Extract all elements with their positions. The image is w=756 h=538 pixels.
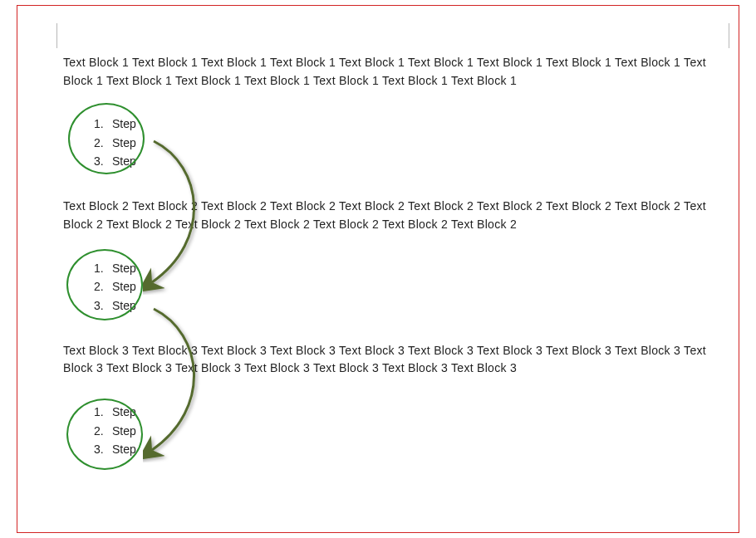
list-item: 2.Step [94, 134, 136, 152]
steps-group-1: 1.Step 2.Step 3.Step [63, 106, 714, 173]
text-block-2: Text Block 2 Text Block 2 Text Block 2 T… [63, 198, 714, 233]
list-item: 1.Step [94, 403, 136, 421]
list-item: 3.Step [94, 296, 136, 315]
steps-list-2: 1.Step 2.Step 3.Step [94, 259, 136, 315]
list-item: 2.Step [94, 422, 136, 440]
steps-group-3: 1.Step 2.Step 3.Step [63, 394, 714, 461]
document-content: Text Block 1 Text Block 1 Text Block 1 T… [63, 54, 714, 486]
steps-group-2: 1.Step 2.Step 3.Step [63, 251, 714, 317]
list-item: 3.Step [94, 152, 136, 170]
list-item: 3.Step [94, 440, 136, 458]
steps-list-3: 1.Step 2.Step 3.Step [94, 403, 136, 458]
list-item: 1.Step [94, 115, 136, 133]
margin-marker-left [56, 23, 66, 48]
list-item: 2.Step [94, 277, 136, 296]
text-block-3: Text Block 3 Text Block 3 Text Block 3 T… [63, 342, 714, 378]
margin-marker-right [719, 23, 729, 48]
list-item: 1.Step [94, 259, 136, 277]
text-block-1: Text Block 1 Text Block 1 Text Block 1 T… [63, 54, 714, 90]
steps-list-1: 1.Step 2.Step 3.Step [94, 115, 136, 170]
